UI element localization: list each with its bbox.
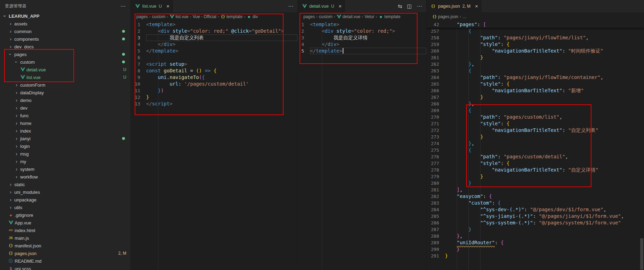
tab-list.vue[interactable]: list.vueU× [131,0,173,12]
breadcrumb-item-template[interactable]: {}template [221,14,243,19]
code-line[interactable]: 7<script setup> [131,61,297,68]
tree-item-detail.vue[interactable]: detail.vueU [0,66,130,73]
code-line[interactable]: 273 } [427,134,644,140]
more-actions-icon[interactable]: ⋯ [288,3,293,9]
code-line[interactable]: 290 } [427,246,644,253]
code-line[interactable]: 278 "navigationBarTitleText": "自定义详情" [427,167,644,173]
tree-item-manifest.json[interactable]: {}manifest.json [0,242,130,249]
tree-item-home[interactable]: ›home [0,119,130,127]
tree-item-customForm[interactable]: ›customForm [0,81,130,89]
code-line[interactable]: 282 "easycom": { [427,193,644,200]
code-line[interactable]: 5</template> [131,48,297,54]
tree-item-jianyi[interactable]: ›jianyi [0,135,130,142]
tree-root-learun-app[interactable]: › LEARUN_APP [0,12,130,20]
more-actions-icon[interactable]: ⋯ [417,3,422,9]
tree-item-.gitignore[interactable]: ◆.gitignore [0,211,130,219]
tree-item-system[interactable]: ›system [0,165,130,173]
tree-item-pages.json[interactable]: {}pages.json2, M [0,249,130,257]
code-line[interactable]: 4 </div> [131,41,297,48]
code-line[interactable]: 264 "path": "pages/jianyi/flowTime/conta… [427,74,644,81]
breadcrumb-item-detail.vue[interactable]: detail.vue [336,14,360,19]
tree-item-main.js[interactable]: JSmain.js [0,234,130,242]
code-line[interactable]: 276 "path": "pages/custom/detail", [427,153,644,160]
code-line[interactable]: 263 { [427,68,644,74]
code-line[interactable]: 42 "pages": [ [427,21,644,28]
code-line[interactable]: 9 uni.navigateTo({ [131,74,297,81]
close-icon[interactable]: × [166,3,169,9]
tree-item-uni_modules[interactable]: ›uni_modules [0,188,130,196]
code-line[interactable]: 6 [131,54,297,61]
code-line[interactable]: 5</template> [298,48,426,54]
tree-item-dev[interactable]: ›dev [0,104,130,112]
code-line[interactable]: 268 }, [427,101,644,107]
tree-item-workflow[interactable]: ›workflow [0,173,130,181]
tree-item-msg[interactable]: ›msg [0,150,130,158]
tree-item-list.vue[interactable]: list.vueU [0,73,130,81]
tree-item-unpackage[interactable]: ›unpackage [0,196,130,204]
tree-item-index[interactable]: ›index [0,127,130,135]
code-line[interactable]: 265 "style": { [427,81,644,87]
tree-item-pages[interactable]: ›pages [0,50,130,58]
tree-item-my[interactable]: ›my [0,158,130,165]
code-line[interactable]: 2 <div style="color: red;"> [298,28,426,34]
code-line[interactable]: 267 } [427,94,644,101]
tree-item-components[interactable]: ›components [0,35,130,43]
code-line[interactable]: 279 } [427,173,644,180]
code-line[interactable]: 3 我是自定义列表 [131,34,297,41]
tree-item-custom[interactable]: ›custom [0,58,130,66]
code-line[interactable]: 291} [427,253,644,259]
code-line[interactable]: 266 "navigationBarTitleText": "新增" [427,87,644,94]
breadcrumb-item-Vue - Official[interactable]: Vue - Official [193,14,216,19]
breadcrumb-item-pages.json[interactable]: {}pages.json [432,14,458,19]
code-line[interactable]: 275 { [427,147,644,153]
close-icon[interactable]: × [475,3,478,9]
breadcrumb-item-…[interactable]: … [462,14,467,19]
breadcrumb-item-pages[interactable]: pages [303,14,315,19]
tree-item-static[interactable]: ›static [0,181,130,188]
code-line[interactable]: 285 "^sys-jianyi-(.*)": "@/pages/jianyi/… [427,213,644,220]
code-line[interactable]: 284 "^sys-dev-(.*)": "@/pages/dev/$1/for… [427,206,644,213]
compare-changes-icon[interactable]: ⇆ [398,3,402,9]
breadcrumb-item-list.vue[interactable]: list.vue [169,14,188,19]
code-line[interactable]: 13</script> [131,101,297,107]
code-line[interactable]: 280 } [427,180,644,186]
breadcrumb-item-div[interactable]: ▣div [247,14,258,19]
code-line[interactable]: 274 }, [427,140,644,147]
code-line[interactable]: 262 }, [427,61,644,68]
tree-item-login[interactable]: ›login [0,142,130,150]
code-line[interactable]: 257 { [427,28,644,34]
code-line[interactable]: 1<template> [131,21,297,28]
code-line[interactable]: 10 url: '/pages/custom/detail' [131,81,297,87]
tab-detail.vue[interactable]: detail.vueU× [298,0,345,12]
code-line[interactable]: 258 "path": "pages/jianyi/flowTime/list"… [427,34,644,41]
code-line[interactable]: 287 } [427,226,644,233]
tree-item-func[interactable]: ›func [0,112,130,119]
breadcrumb-item-custom[interactable]: custom [319,14,333,19]
code-line[interactable]: 283 "custom": { [427,200,644,206]
code-line[interactable]: 1<template> [298,21,426,28]
tree-item-demo[interactable]: ›demo [0,96,130,104]
code-line[interactable]: 3 我是自定义详情 [298,34,426,41]
code-line[interactable]: 11 }) [131,87,297,94]
code-line[interactable]: 272 "navigationBarTitleText": "自定义列表" [427,127,644,134]
code-line[interactable]: 271 "style": { [427,120,644,127]
breadcrumb-item-template[interactable]: ▣template [379,14,400,19]
code-line[interactable]: 288 }, [427,233,644,239]
tree-item-assets[interactable]: ›assets [0,20,130,27]
breadcrumb-item-pages[interactable]: pages [136,14,148,19]
close-icon[interactable]: × [339,3,342,9]
code-line[interactable]: 286 "^sys-system-(.*)": "@/pages/system/… [427,220,644,226]
tree-item-App.vue[interactable]: App.vue [0,219,130,227]
code-line[interactable]: 12} [131,94,297,101]
tree-item-uni.scss[interactable]: Suni.scss [0,265,130,270]
code-line[interactable]: 4 </div> [298,41,426,48]
tree-item-README.md[interactable]: ⓘREADME.md [0,257,130,265]
more-actions-icon[interactable]: ⋯ [120,3,126,9]
tree-item-common[interactable]: ›common [0,27,130,35]
code-line[interactable]: 289 "uniIdRouter": { [427,239,644,246]
code-line[interactable]: 260 "navigationBarTitleText": "时间组件验证" [427,48,644,54]
code-line[interactable]: 261 } [427,54,644,61]
code-line[interactable]: 269 { [427,107,644,114]
tree-item-utils[interactable]: ›utils [0,204,130,211]
breadcrumb-item-custom[interactable]: custom [152,14,166,19]
